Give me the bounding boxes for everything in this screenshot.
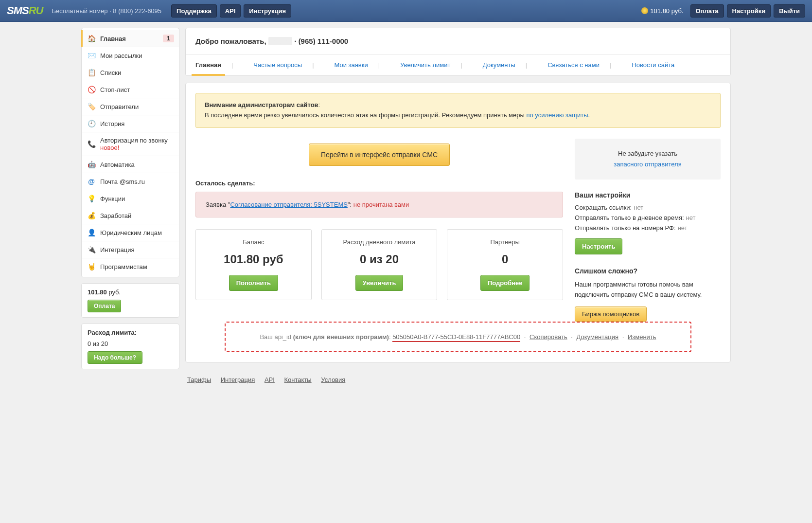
hand-icon: 🤘 — [88, 263, 95, 271]
sidebar: 🏠 Главная 1 ✉️ Мои рассылки 📋 Списки 🚫 С… — [81, 28, 179, 375]
topbar: SMSRU Бесплатный номер · 8 (800) 222-609… — [0, 0, 812, 22]
sidebar-item-label: Функции — [100, 195, 125, 202]
footer-link[interactable]: Тарифы — [187, 376, 211, 383]
too-complex-block: Слишком сложно? Наши программисты готовы… — [575, 267, 721, 322]
sidebar-item-label: Списки — [100, 69, 121, 76]
sidebar-item-integration[interactable]: 🔌 Интеграция — [82, 241, 179, 258]
home-icon: 🏠 — [88, 35, 95, 42]
robot-icon: 🤖 — [88, 161, 95, 168]
sidebar-item-home[interactable]: 🏠 Главная 1 — [81, 30, 179, 47]
sidebar-item-legal[interactable]: 👤 Юридическим лицам — [82, 224, 179, 241]
sidebar-item-history[interactable]: 🕘 История — [82, 115, 179, 132]
tab-contact[interactable]: Связаться с нами — [547, 54, 600, 75]
api-docs-link[interactable]: Документация — [577, 333, 619, 341]
api-key-box: Ваш api_id (ключ для внешних программ): … — [225, 322, 691, 352]
stop-icon: 🚫 — [88, 86, 95, 93]
logout-button[interactable]: Выйти — [774, 4, 805, 18]
sidebar-item-label: История — [100, 120, 124, 127]
sidebar-item-label: Интеграция — [100, 246, 135, 253]
sidebar-item-functions[interactable]: 💡 Функции — [82, 190, 179, 207]
plug-icon: 🔌 — [88, 246, 95, 253]
card-balance: Баланс 101.80 руб Пополнить — [195, 229, 312, 300]
helpers-marketplace-button[interactable]: Биржа помощников — [575, 307, 647, 322]
api-button[interactable]: API — [220, 4, 241, 18]
sidebar-limit-box: Расход лимита: 0 из 20 Надо больше? — [81, 324, 179, 369]
instruction-button[interactable]: Инструкция — [244, 4, 291, 18]
sidebar-item-developers[interactable]: 🤘 Программистам — [82, 258, 179, 275]
payment-button[interactable]: Оплата — [690, 4, 724, 18]
sidebar-limit-value: 0 из 20 — [88, 340, 173, 347]
topup-button[interactable]: Пополнить — [229, 275, 278, 291]
card-partners: Партнеры 0 Подробнее — [447, 229, 563, 300]
sidebar-item-lists[interactable]: 📋 Списки — [82, 64, 179, 81]
configure-button[interactable]: Настроить — [575, 238, 622, 254]
tab-limit[interactable]: Увеличить лимит — [400, 54, 450, 75]
sidebar-item-callauth[interactable]: 📞 Авторизация по звонку новое! — [82, 132, 179, 156]
goto-sms-interface-button[interactable]: Перейти в интерфейс отправки СМС — [309, 144, 450, 166]
api-change-link[interactable]: Изменить — [628, 333, 656, 341]
notice-link[interactable]: по усилению защиты — [526, 111, 588, 119]
sidebar-balance-box: 101.80 руб. Оплата — [81, 283, 179, 318]
footer-link[interactable]: API — [265, 376, 275, 383]
sidebar-item-senders[interactable]: 🏷️ Отправители — [82, 98, 179, 115]
request-link[interactable]: Согласование отправителя: 5SYSTEMS — [230, 201, 347, 208]
api-copy-link[interactable]: Скопировать — [530, 333, 567, 341]
person-icon: 👤 — [88, 229, 95, 236]
coin-icon — [641, 7, 648, 14]
increase-limit-button[interactable]: Увеличить — [355, 275, 404, 291]
sidebar-item-automation[interactable]: 🤖 Автоматика — [82, 156, 179, 173]
tab-news[interactable]: Новости сайта — [632, 54, 674, 75]
sidebar-item-campaigns[interactable]: ✉️ Мои рассылки — [82, 47, 179, 64]
card-limit: Расход дневного лимита 0 из 20 Увеличить — [321, 229, 438, 300]
main-content: Добро пожаловать, xxxx · (965) 111-0000 … — [185, 28, 731, 390]
tab-main[interactable]: Главная — [195, 54, 221, 75]
sidebar-item-label: Почта @sms.ru — [100, 178, 145, 185]
sidebar-item-stoplist[interactable]: 🚫 Стоп-лист — [82, 81, 179, 98]
sidebar-payment-button[interactable]: Оплата — [88, 300, 121, 312]
free-number-label: Бесплатный номер · 8 (800) 222-6095 — [52, 7, 161, 15]
envelope-icon: ✉️ — [88, 52, 95, 59]
sidebar-limit-title: Расход лимита: — [88, 329, 173, 336]
tab-docs[interactable]: Документы — [483, 54, 515, 75]
footer: Тарифы Интеграция API Контакты Условия — [185, 369, 731, 390]
clock-icon: 🕘 — [88, 120, 95, 127]
sidebar-item-label: Мои рассылки — [100, 52, 142, 59]
sidebar-item-label: Авторизация по звонку новое! — [100, 137, 173, 151]
backup-sender-link[interactable]: запасного отправителя — [614, 161, 681, 168]
sidebar-badge: 1 — [163, 35, 174, 42]
api-key-value: 505050A0-B777-55CD-0E88-11F7777ABC00 — [392, 333, 520, 342]
tab-faq[interactable]: Частые вопросы — [253, 54, 302, 75]
tabs: Главная | Частые вопросы | Мои заявки | … — [186, 54, 730, 75]
sidebar-item-mail[interactable]: @ Почта @sms.ru — [82, 173, 179, 190]
tab-requests[interactable]: Мои заявки — [335, 54, 368, 75]
phone-icon: 📞 — [88, 140, 95, 148]
sidebar-item-label: Главная — [100, 35, 126, 42]
partners-more-button[interactable]: Подробнее — [480, 275, 530, 291]
list-icon: 📋 — [88, 69, 95, 76]
at-icon: @ — [88, 178, 95, 185]
sidebar-item-earn[interactable]: 💰 Заработай — [82, 207, 179, 224]
sidebar-item-label: Заработай — [100, 212, 131, 219]
sidebar-item-label: Юридическим лицам — [100, 229, 162, 236]
sidebar-balance-value: 101.80 руб. — [88, 289, 173, 296]
request-notice: Заявка "Согласование отправителя: 5SYSTE… — [195, 192, 563, 217]
sidebar-item-label: Программистам — [100, 263, 147, 271]
welcome-header: Добро пожаловать, xxxx · (965) 111-0000 — [186, 28, 730, 54]
bulb-icon: 💡 — [88, 195, 95, 202]
backup-sender-reminder: Не забудьте указать запасного отправител… — [575, 139, 721, 180]
sidebar-limit-button[interactable]: Надо больше? — [88, 351, 142, 364]
sidebar-item-label: Автоматика — [100, 161, 135, 168]
todo-title: Осталось сделать: — [195, 180, 563, 187]
tag-icon: 🏷️ — [88, 103, 95, 110]
footer-link[interactable]: Условия — [321, 376, 345, 383]
footer-link[interactable]: Интеграция — [221, 376, 255, 383]
sidebar-item-label: Отправители — [100, 103, 139, 110]
sidebar-item-label: Стоп-лист — [100, 86, 130, 93]
settings-button[interactable]: Настройки — [727, 4, 771, 18]
money-icon: 💰 — [88, 212, 95, 219]
logo[interactable]: SMSRU — [7, 4, 43, 17]
admin-notice: Внимание администраторам сайтов: В после… — [195, 93, 721, 128]
support-button[interactable]: Поддержка — [171, 4, 217, 18]
your-settings: Ваши настройки Сокращать ссылки:нет Отпр… — [575, 191, 721, 254]
footer-link[interactable]: Контакты — [284, 376, 311, 383]
